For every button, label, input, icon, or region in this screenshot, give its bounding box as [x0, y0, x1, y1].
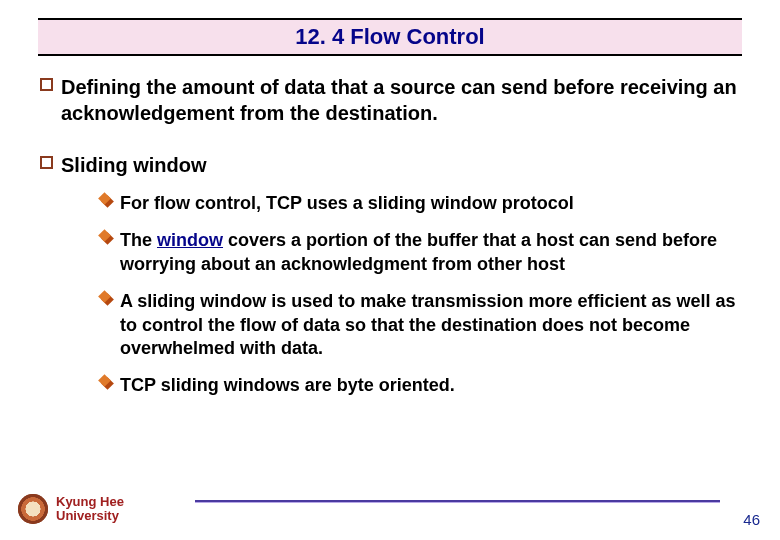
page-number: 46 — [743, 511, 760, 528]
diamond-bullet-icon — [100, 231, 114, 245]
sub-bullet-byte-oriented: TCP sliding windows are byte oriented. — [100, 374, 740, 397]
sub-bullet-text: A sliding window is used to make transmi… — [120, 290, 740, 360]
emphasis-window: window — [157, 230, 223, 250]
bullet-sliding-window: Sliding window — [40, 152, 740, 178]
section-title: 12. 4 Flow Control — [295, 24, 484, 49]
diamond-bullet-icon — [100, 376, 114, 390]
sub-bullet-text: The window covers a portion of the buffe… — [120, 229, 740, 276]
bullet-text: Sliding window — [61, 152, 207, 178]
slide-content: Defining the amount of data that a sourc… — [40, 74, 740, 398]
square-bullet-icon — [40, 78, 53, 91]
sub-bullet-efficient: A sliding window is used to make transmi… — [100, 290, 740, 360]
bullet-text: Defining the amount of data that a sourc… — [61, 74, 740, 126]
sub-bullet-window-covers: The window covers a portion of the buffe… — [100, 229, 740, 276]
university-name: Kyung Hee University — [56, 495, 124, 524]
sub-bullet-text: For flow control, TCP uses a sliding win… — [120, 192, 574, 215]
section-title-bar: 12. 4 Flow Control — [38, 18, 742, 56]
bullet-defining: Defining the amount of data that a sourc… — [40, 74, 740, 126]
sub-bullet-list: For flow control, TCP uses a sliding win… — [100, 192, 740, 398]
square-bullet-icon — [40, 156, 53, 169]
diamond-bullet-icon — [100, 194, 114, 208]
university-line2: University — [56, 509, 124, 523]
sub-bullet-text: TCP sliding windows are byte oriented. — [120, 374, 455, 397]
university-line1: Kyung Hee — [56, 495, 124, 509]
slide-footer: Kyung Hee University 46 — [0, 488, 780, 530]
university-logo-icon — [18, 494, 48, 524]
sub-bullet-protocol: For flow control, TCP uses a sliding win… — [100, 192, 740, 215]
diamond-bullet-icon — [100, 292, 114, 306]
footer-divider — [195, 500, 720, 503]
